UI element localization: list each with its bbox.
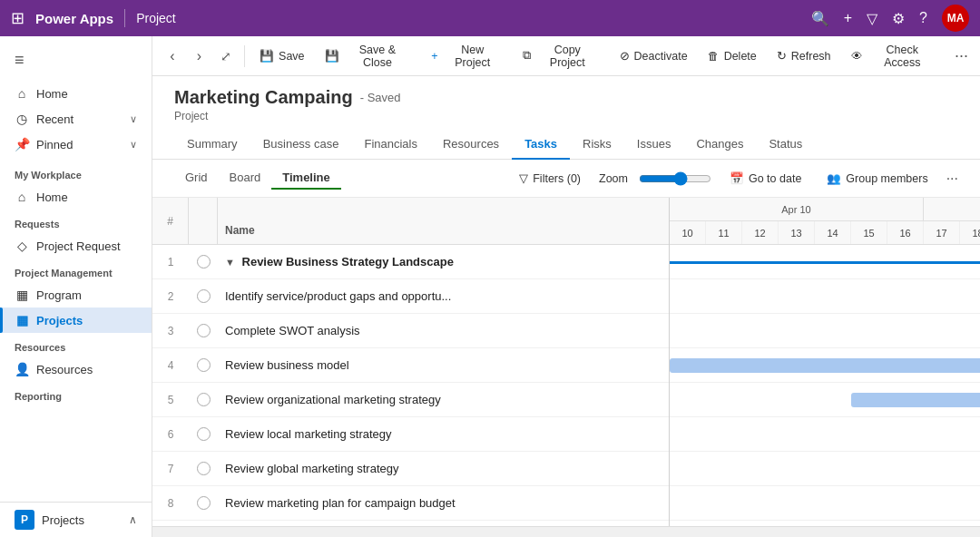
group-icon: 👥 bbox=[827, 171, 841, 185]
day-13: 13 bbox=[779, 221, 815, 244]
refresh-button[interactable]: ↻ Refresh bbox=[768, 44, 840, 67]
collapse-icon[interactable]: ▼ bbox=[225, 257, 235, 268]
tab-resources[interactable]: Resources bbox=[430, 130, 512, 160]
bottom-scrollbar[interactable] bbox=[152, 526, 980, 537]
check-circle[interactable] bbox=[197, 427, 211, 441]
tab-risks[interactable]: Risks bbox=[570, 130, 624, 160]
check-access-button[interactable]: 👁 Check Access bbox=[842, 39, 946, 73]
save-button[interactable]: 💾 Save bbox=[250, 44, 314, 67]
row-check[interactable] bbox=[189, 393, 218, 406]
refresh-icon: ↻ bbox=[777, 49, 787, 63]
gantt-row-1 bbox=[670, 245, 980, 279]
check-circle[interactable] bbox=[197, 324, 211, 337]
row-name: Review organizational marketing strategy bbox=[218, 393, 669, 406]
check-circle[interactable] bbox=[197, 255, 211, 268]
view-tab-timeline[interactable]: Timeline bbox=[271, 167, 341, 190]
project-request-icon: ◇ bbox=[15, 239, 29, 253]
row-num: 6 bbox=[152, 428, 189, 441]
row-check[interactable] bbox=[189, 289, 218, 303]
sidebar-reporting-title: Reporting bbox=[0, 382, 152, 405]
go-to-date-button[interactable]: 📅 Go to date bbox=[722, 168, 808, 189]
avatar[interactable]: MA bbox=[942, 5, 969, 32]
sidebar-item-program[interactable]: ▦ Program bbox=[0, 282, 152, 308]
delete-icon: 🗑 bbox=[708, 50, 720, 63]
date-group-apr17: Apr 17 bbox=[924, 198, 980, 220]
my-workplace-home-icon: ⌂ bbox=[15, 190, 29, 204]
check-circle[interactable] bbox=[197, 358, 211, 372]
row-name: Review local marketing strategy bbox=[218, 427, 669, 441]
new-project-button[interactable]: + New Project bbox=[422, 39, 512, 73]
deactivate-button[interactable]: ⊘ Deactivate bbox=[611, 44, 697, 67]
tab-business-case[interactable]: Business case bbox=[250, 130, 352, 160]
tab-changes[interactable]: Changes bbox=[683, 130, 756, 160]
tab-financials[interactable]: Financials bbox=[351, 130, 430, 160]
toolbar: ‹ › ⤢ 💾 Save 💾 Save & Close + New Projec… bbox=[152, 36, 980, 76]
copy-project-button[interactable]: ⧉ Copy Project bbox=[514, 39, 609, 73]
task-list: # Name 1 ▼ Review Business Strategy Land… bbox=[152, 198, 670, 526]
row-check[interactable] bbox=[189, 358, 218, 372]
gantt-bar-row4 bbox=[670, 358, 980, 373]
add-icon[interactable]: + bbox=[844, 10, 852, 26]
table-row: 4 Review business model bbox=[152, 348, 669, 383]
group-members-button[interactable]: 👥 Group members bbox=[819, 168, 935, 189]
grid-menu-icon[interactable]: ⊞ bbox=[11, 8, 24, 28]
sidebar: ≡ ⌂ Home ◷ Recent ∨ 📌 Pinned ∨ My Workpl… bbox=[0, 36, 152, 537]
save-close-button[interactable]: 💾 Save & Close bbox=[316, 39, 421, 73]
sidebar-toggle[interactable]: ≡ bbox=[0, 44, 152, 77]
sidebar-item-pinned[interactable]: 📌 Pinned ∨ bbox=[0, 132, 152, 157]
sidebar-item-recent[interactable]: ◷ Recent ∨ bbox=[0, 106, 152, 132]
task-list-header: # Name bbox=[152, 198, 669, 245]
back-button[interactable]: ‹ bbox=[160, 44, 185, 69]
sidebar-item-resources[interactable]: 👤 Resources bbox=[0, 356, 152, 382]
forward-button[interactable]: › bbox=[187, 44, 212, 69]
settings-icon[interactable]: ⚙ bbox=[892, 10, 905, 27]
view-tabs: Grid Board Timeline bbox=[174, 167, 341, 190]
tab-tasks[interactable]: Tasks bbox=[512, 130, 570, 160]
row-check[interactable] bbox=[189, 427, 218, 441]
tab-status[interactable]: Status bbox=[756, 130, 815, 160]
day-17: 17 bbox=[924, 221, 960, 244]
check-circle[interactable] bbox=[197, 289, 211, 303]
expand-button[interactable]: ⤢ bbox=[213, 44, 239, 69]
table-row: 2 Identify service/product gaps and oppo… bbox=[152, 279, 669, 314]
check-circle[interactable] bbox=[197, 393, 211, 406]
filters-button[interactable]: ▽ Filters (0) bbox=[512, 168, 588, 189]
search-icon[interactable]: 🔍 bbox=[811, 10, 829, 27]
row-num: 4 bbox=[152, 359, 189, 372]
check-circle[interactable] bbox=[197, 462, 211, 475]
row-check[interactable] bbox=[189, 462, 218, 475]
sidebar-item-projects[interactable]: ▦ Projects bbox=[0, 308, 152, 333]
col-name-header: Name bbox=[218, 219, 669, 244]
recent-icon: ◷ bbox=[15, 112, 29, 126]
row-check[interactable] bbox=[189, 324, 218, 337]
row-check[interactable] bbox=[189, 255, 218, 268]
sidebar-item-my-workplace-home[interactable]: ⌂ Home bbox=[0, 184, 152, 210]
view-tab-board[interactable]: Board bbox=[219, 167, 272, 190]
page-header: Marketing Campaing - Saved Project bbox=[152, 76, 980, 122]
copy-icon: ⧉ bbox=[523, 49, 531, 63]
date-group-apr10: Apr 10 bbox=[670, 198, 924, 220]
sidebar-item-bottom-projects[interactable]: P Projects ∧ bbox=[0, 502, 152, 537]
page-title: Marketing Campaing bbox=[174, 87, 353, 108]
sidebar-resources-title: Resources bbox=[0, 333, 152, 356]
tab-summary[interactable]: Summary bbox=[174, 130, 250, 160]
active-indicator bbox=[0, 308, 3, 333]
check-circle[interactable] bbox=[197, 496, 211, 510]
day-16: 16 bbox=[887, 221, 924, 244]
zoom-slider[interactable] bbox=[639, 171, 711, 186]
sidebar-my-workplace-title: My Workplace bbox=[0, 161, 152, 184]
help-icon[interactable]: ? bbox=[919, 10, 927, 26]
delete-button[interactable]: 🗑 Delete bbox=[699, 45, 766, 67]
pinned-chevron-icon: ∨ bbox=[130, 139, 137, 151]
sidebar-item-project-request[interactable]: ◇ Project Request bbox=[0, 233, 152, 259]
filter-icon[interactable]: ▽ bbox=[867, 10, 877, 27]
day-10: 10 bbox=[670, 221, 706, 244]
more-options-icon[interactable]: ··· bbox=[950, 42, 973, 70]
sub-toolbar-more-icon[interactable]: ··· bbox=[946, 171, 958, 187]
sidebar-item-home[interactable]: ⌂ Home bbox=[0, 81, 152, 106]
view-tab-grid[interactable]: Grid bbox=[174, 167, 219, 190]
gantt-area[interactable]: Apr 10 Apr 17 Apr 3d Apr Apr 24 May 1 10… bbox=[670, 198, 980, 526]
tab-issues[interactable]: Issues bbox=[624, 130, 684, 160]
row-check[interactable] bbox=[189, 496, 218, 510]
day-11: 11 bbox=[706, 221, 742, 244]
